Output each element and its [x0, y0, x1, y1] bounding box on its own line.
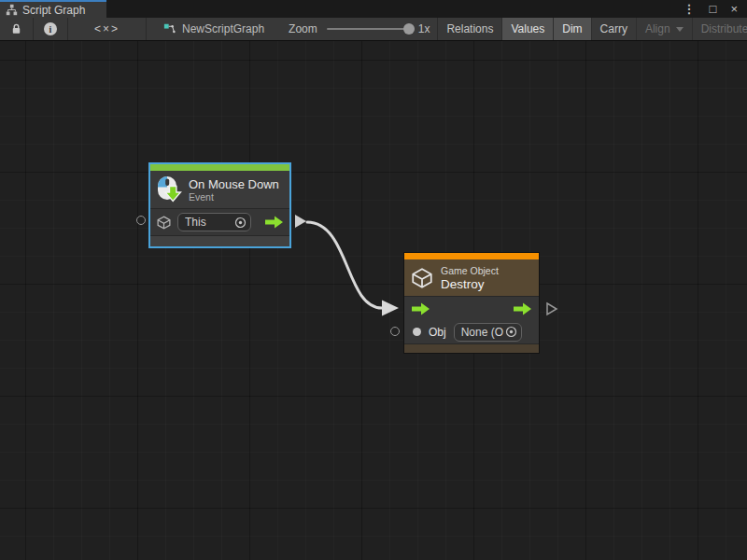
node-titles: Game Object Destroy	[441, 265, 499, 291]
flow-output-port[interactable]	[295, 215, 306, 228]
node-titles: On Mouse Down Event	[189, 177, 279, 203]
zoom-slider[interactable]	[327, 28, 409, 30]
align-dropdown[interactable]: Align	[637, 18, 692, 41]
action-accent-bar	[404, 253, 539, 259]
distribute-dropdown[interactable]: Distribute	[693, 18, 747, 41]
zoom-value: 1x	[418, 22, 430, 35]
node-subtitle: Event	[189, 191, 279, 203]
zoom-control: Zoom 1x	[289, 22, 437, 35]
view-toggle-group: Relations Values Dim Carry Align Distrib…	[438, 18, 747, 41]
tab-bar: Script Graph ⋮ □ ×	[0, 0, 747, 18]
object-picker-icon[interactable]	[234, 217, 247, 229]
node-destroy[interactable]: Game Object Destroy Obj None (O	[403, 252, 540, 354]
flow-row	[404, 296, 539, 320]
info-button[interactable]: i	[34, 18, 67, 41]
values-button[interactable]: Values	[502, 18, 553, 41]
code-preview-button[interactable]: <×>	[68, 18, 146, 41]
graph-canvas[interactable]: On Mouse Down Event This	[0, 41, 747, 560]
node-title: On Mouse Down	[189, 177, 279, 191]
game-object-cube-icon	[410, 266, 434, 290]
obj-input-row: Obj None (O	[404, 320, 539, 343]
target-input-port[interactable]	[136, 216, 146, 225]
dim-button[interactable]: Dim	[554, 18, 590, 41]
graph-icon	[163, 22, 176, 35]
window-controls: ⋮ □ ×	[684, 0, 747, 18]
script-graph-window: Script Graph ⋮ □ × i <×>	[0, 0, 747, 560]
carry-button[interactable]: Carry	[592, 18, 636, 41]
wire-arrowhead	[382, 301, 399, 316]
obj-port-label: Obj	[429, 326, 446, 339]
flow-output-arrow-icon[interactable]	[264, 216, 284, 229]
node-category: Game Object	[441, 265, 499, 277]
mouse-down-icon	[155, 175, 183, 203]
graph-toolbar: i <×> NewScriptGraph Zoom 1x R	[0, 18, 747, 41]
game-object-cube-icon	[156, 215, 172, 231]
relations-button[interactable]: Relations	[438, 18, 501, 41]
close-icon[interactable]: ×	[730, 3, 738, 15]
node-on-mouse-down[interactable]: On Mouse Down Event This	[149, 163, 290, 247]
info-icon: i	[44, 22, 57, 35]
node-header: On Mouse Down Event	[150, 171, 289, 208]
lock-button[interactable]	[0, 18, 33, 41]
maximize-icon[interactable]: □	[710, 3, 717, 15]
zoom-slider-knob[interactable]	[403, 23, 415, 35]
graph-breadcrumb[interactable]: NewScriptGraph	[163, 22, 264, 35]
lock-icon	[10, 22, 22, 35]
wire-layer	[0, 41, 747, 560]
toolbar-separator	[146, 18, 147, 41]
window-menu-icon[interactable]: ⋮	[684, 3, 696, 15]
flow-input-arrow-icon[interactable]	[411, 302, 430, 315]
node-footer	[150, 235, 289, 246]
object-picker-icon[interactable]	[505, 326, 517, 338]
obj-input-port[interactable]	[390, 327, 400, 336]
code-icon: <×>	[94, 22, 120, 35]
target-input-field[interactable]: This	[177, 213, 251, 231]
flow-output-port[interactable]	[545, 301, 558, 316]
event-accent-bar	[150, 164, 289, 171]
flow-connection-wire[interactable]	[307, 222, 382, 308]
node-title: Destroy	[441, 277, 499, 291]
tab-script-graph[interactable]: Script Graph	[0, 0, 106, 18]
hierarchy-icon	[6, 4, 18, 16]
node-body: This	[150, 208, 289, 235]
obj-input-field[interactable]: None (O	[454, 323, 522, 342]
graph-name: NewScriptGraph	[182, 22, 264, 35]
node-footer	[404, 343, 539, 353]
flow-output-arrow-icon[interactable]	[513, 302, 532, 315]
node-header: Game Object Destroy	[404, 259, 539, 296]
zoom-label: Zoom	[289, 22, 317, 35]
obj-value-dot-icon	[413, 328, 421, 336]
tab-title: Script Graph	[22, 4, 85, 17]
chevron-down-icon	[676, 27, 684, 32]
